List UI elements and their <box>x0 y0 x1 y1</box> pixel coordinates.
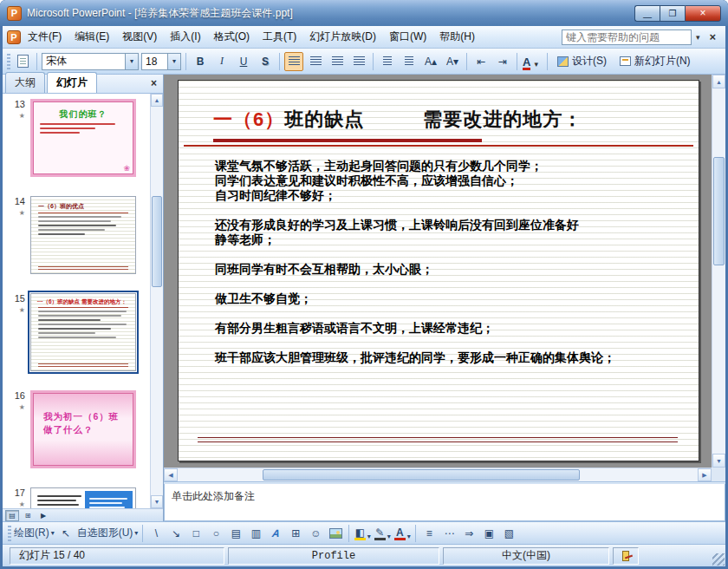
maximize-button[interactable]: ❐ <box>660 5 685 22</box>
thumbnail-scrollbar[interactable]: ▲ ▼ <box>150 94 163 508</box>
animation-indicator-icon[interactable]: ★ <box>4 306 25 314</box>
menu-item-slideshow[interactable]: 幻灯片放映(D) <box>303 26 382 48</box>
underline-button[interactable]: U <box>234 52 253 71</box>
scrollbar-thumb[interactable] <box>263 469 581 481</box>
menu-item-file[interactable]: 文件(F) <box>22 26 68 48</box>
chevron-down-icon[interactable]: ▾ <box>125 54 138 69</box>
slide-thumbnail-13[interactable]: 我们的班？ ❀ <box>30 99 136 177</box>
numbering-button[interactable] <box>378 52 397 71</box>
font-color-button-draw[interactable]: A ▾ <box>393 525 411 542</box>
help-search-input[interactable] <box>562 29 692 45</box>
horizontal-scrollbar[interactable]: ◀ ▶ <box>164 468 712 481</box>
chevron-down-icon[interactable]: ▾ <box>407 533 411 540</box>
chevron-down-icon[interactable]: ▾ <box>387 533 391 540</box>
menu-item-edit[interactable]: 编辑(E) <box>68 26 115 48</box>
chevron-down-icon[interactable]: ▾ <box>530 58 542 70</box>
tab-outline[interactable]: 大纲 <box>5 72 45 93</box>
scroll-down-icon[interactable]: ▼ <box>712 454 725 468</box>
chevron-down-icon[interactable]: ▾ <box>167 54 180 69</box>
spellcheck-status[interactable] <box>613 547 639 565</box>
insert-picture-button[interactable] <box>327 525 344 542</box>
tab-slides[interactable]: 幻灯片 <box>47 72 97 93</box>
scrollbar-thumb[interactable] <box>713 157 725 265</box>
align-center-button[interactable] <box>306 52 325 71</box>
oval-tool-button[interactable]: ○ <box>207 525 224 542</box>
decrease-indent-button[interactable]: ⇤ <box>471 52 491 71</box>
slide-body-textbox[interactable]: 课堂气氛不够活跃，主动起身回答问题的只有少数几个同学； 同学们表达意见和建议时积… <box>215 159 676 365</box>
menu-item-insert[interactable]: 插入(I) <box>164 26 206 48</box>
threed-style-button[interactable]: ▧ <box>500 525 517 542</box>
autoshapes-menu-button[interactable]: 自选图形(U) ▾ <box>77 525 139 542</box>
toolbar-grip[interactable] <box>8 526 11 541</box>
slide-sorter-view-button[interactable]: ⊞ <box>21 510 35 521</box>
scroll-left-icon[interactable]: ◀ <box>164 468 178 481</box>
slide-thumbnail-16[interactable]: 我为初一（6）班做了什么？ <box>30 390 136 468</box>
menu-item-window[interactable]: 窗口(W) <box>383 26 432 48</box>
new-slide-button[interactable]: 新幻灯片(N) <box>614 52 696 70</box>
vertical-scrollbar[interactable]: ▲ ▼ <box>712 75 725 468</box>
increase-indent-button[interactable]: ⇥ <box>493 52 512 71</box>
draw-menu-button[interactable]: 绘图(R) ▾ <box>14 525 55 542</box>
select-objects-button[interactable]: ↖ <box>57 525 75 542</box>
italic-button[interactable]: I <box>212 52 231 71</box>
arrow-tool-button[interactable]: ↘ <box>167 525 185 542</box>
slide-thumbnail-17[interactable] <box>30 487 136 508</box>
menu-item-tools[interactable]: 工具(T) <box>257 26 302 48</box>
notes-pane[interactable]: 单击此处添加备注 <box>164 484 725 521</box>
new-presentation-button[interactable] <box>13 52 32 71</box>
resize-grip[interactable] <box>712 553 725 566</box>
scroll-right-icon[interactable]: ▶ <box>698 468 712 481</box>
close-button[interactable]: × <box>685 5 721 22</box>
align-justify-button[interactable] <box>349 52 368 71</box>
align-left-button[interactable] <box>284 52 303 71</box>
font-size-select[interactable]: 18 ▾ <box>141 53 181 70</box>
line-tool-button[interactable]: \ <box>147 525 165 542</box>
dash-style-button[interactable]: ⋯ <box>440 525 458 542</box>
document-close-button[interactable]: × <box>704 30 721 43</box>
shadow-style-button[interactable]: ▣ <box>480 525 497 542</box>
vertical-text-box-button[interactable]: ▥ <box>247 525 264 542</box>
text-shadow-button[interactable]: S <box>256 52 275 71</box>
align-right-button[interactable] <box>328 52 347 71</box>
wordart-button[interactable]: A <box>267 525 284 542</box>
toolbar-grip[interactable] <box>7 54 10 69</box>
slide-thumbnail-14[interactable]: 一（6）班的优点 <box>30 196 136 274</box>
menu-item-format[interactable]: 格式(O) <box>208 26 256 48</box>
scroll-up-icon[interactable]: ▲ <box>712 75 725 88</box>
rectangle-tool-button[interactable]: □ <box>187 525 205 542</box>
font-name-select[interactable]: 宋体 ▾ <box>42 53 139 70</box>
minimize-button[interactable]: — <box>634 5 660 22</box>
animation-indicator-icon[interactable]: ★ <box>4 112 25 120</box>
scroll-up-icon[interactable]: ▲ <box>151 94 163 107</box>
menu-item-help[interactable]: 帮助(H) <box>433 26 481 48</box>
panel-close-button[interactable]: × <box>145 75 163 93</box>
language-indicator[interactable]: 中文(中国) <box>443 547 609 565</box>
normal-view-button[interactable]: ▤ <box>5 510 19 521</box>
text-box-button[interactable]: ▤ <box>227 525 244 542</box>
line-color-button[interactable]: ✎ ▾ <box>374 525 391 542</box>
slide-title[interactable]: 一（6）班的缺点需要改进的地方： <box>213 107 681 133</box>
bullets-button[interactable] <box>400 52 419 71</box>
title-underline-thin <box>184 145 693 147</box>
clip-art-button[interactable]: ☺ <box>307 525 324 542</box>
slide-canvas[interactable]: 一（6）班的缺点需要改进的地方： 课堂气氛不够活跃，主动起身回答问题的只有少数几… <box>178 80 699 461</box>
fill-color-button[interactable]: ◧ ▾ <box>354 525 371 542</box>
diagram-button[interactable]: ⊞ <box>287 525 304 542</box>
scroll-down-icon[interactable]: ▼ <box>151 495 163 508</box>
decrease-font-size-button[interactable]: A▾ <box>443 52 462 71</box>
help-dropdown-icon[interactable]: ▾ <box>692 31 704 43</box>
animation-indicator-icon[interactable]: ★ <box>4 500 25 508</box>
font-color-button[interactable]: A ▾ <box>522 52 543 71</box>
animation-indicator-icon[interactable]: ★ <box>4 209 25 217</box>
menu-item-view[interactable]: 视图(V) <box>116 26 163 48</box>
design-button[interactable]: 设计(S) <box>552 52 612 70</box>
slide-thumbnail-15-selected[interactable]: 一（6）班的缺点 需要改进的地方： <box>30 293 136 371</box>
line-style-button[interactable]: ≡ <box>420 525 438 542</box>
arrow-style-button[interactable]: ⇒ <box>460 525 478 542</box>
increase-font-size-button[interactable]: A▴ <box>421 52 440 71</box>
chevron-down-icon[interactable]: ▾ <box>367 533 371 540</box>
animation-indicator-icon[interactable]: ★ <box>4 403 25 411</box>
scrollbar-thumb[interactable] <box>152 196 162 287</box>
bold-button[interactable]: B <box>191 52 210 71</box>
slideshow-view-button[interactable]: ▶ <box>36 510 50 521</box>
